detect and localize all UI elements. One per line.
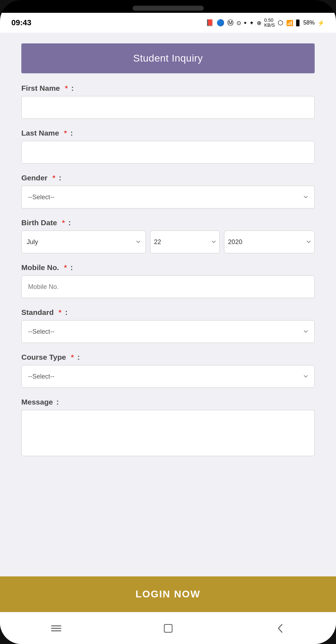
birth-date-required: * bbox=[62, 218, 65, 227]
first-name-input[interactable] bbox=[21, 96, 315, 119]
nav-menu-button[interactable] bbox=[39, 619, 73, 638]
wifi-icon: ⬡ bbox=[278, 19, 283, 27]
last-name-label: Last Name * : bbox=[21, 129, 315, 137]
back-icon bbox=[274, 622, 286, 634]
data-speed: 0.50KB/S bbox=[264, 18, 275, 28]
gender-field-group: Gender * : --Select-- Male Female Other bbox=[21, 174, 315, 208]
nav-bar bbox=[0, 612, 336, 644]
svg-rect-3 bbox=[164, 624, 172, 632]
menu-icon bbox=[50, 622, 62, 634]
first-name-field-group: First Name * : bbox=[21, 84, 315, 119]
signal-icon: ▊ bbox=[296, 20, 300, 26]
standard-field-group: Standard * : --Select-- 1st 2nd 3rd bbox=[21, 308, 315, 343]
screen-content: Student Inquiry First Name * : Last Name… bbox=[0, 33, 336, 644]
status-time: 09:43 bbox=[11, 18, 31, 27]
app-icon-3: Ⓜ bbox=[227, 19, 234, 27]
dot-indicator: • bbox=[244, 19, 246, 27]
birth-date-field-group: Birth Date * : January February March Ap… bbox=[21, 218, 315, 253]
last-name-required: * bbox=[64, 129, 67, 137]
birth-day-select[interactable]: 1 2 3 4 5 6 7 8 9 10 11 12 13 14 bbox=[150, 231, 220, 253]
course-type-required: * bbox=[71, 353, 74, 361]
login-button[interactable]: LOGIN NOW bbox=[0, 576, 336, 612]
birth-month-select[interactable]: January February March April May June Ju… bbox=[21, 231, 146, 253]
notch-pill bbox=[133, 6, 204, 11]
home-icon bbox=[162, 622, 174, 634]
course-type-select[interactable]: --Select-- Regular Distance bbox=[21, 365, 315, 388]
birthdate-row: January February March April May June Ju… bbox=[21, 231, 315, 253]
birth-year-select[interactable]: 2020 2019 2018 2017 2016 2015 2010 2005 … bbox=[224, 231, 315, 253]
message-label: Message : bbox=[21, 398, 315, 406]
form-container: Student Inquiry First Name * : Last Name… bbox=[0, 33, 336, 576]
status-bar: 09:43 📕 🔵 Ⓜ ⊙ • ✦ ⊕ 0.50KB/S ⬡ 📶 ▊ 58% ⚡ bbox=[0, 13, 336, 33]
mobile-field-group: Mobile No. * : bbox=[21, 263, 315, 298]
message-field-group: Message : bbox=[21, 398, 315, 458]
course-type-field-group: Course Type * : --Select-- Regular Dista… bbox=[21, 353, 315, 388]
mobile-required: * bbox=[64, 263, 67, 272]
standard-select[interactable]: --Select-- 1st 2nd 3rd bbox=[21, 320, 315, 343]
phone-frame: 09:43 📕 🔵 Ⓜ ⊙ • ✦ ⊕ 0.50KB/S ⬡ 📶 ▊ 58% ⚡… bbox=[0, 0, 336, 644]
location-icon: ⊕ bbox=[257, 20, 261, 26]
gender-required: * bbox=[52, 174, 55, 182]
mobile-input[interactable] bbox=[21, 275, 315, 298]
call-icon: 📶 bbox=[286, 20, 293, 26]
form-header: Student Inquiry bbox=[21, 43, 315, 73]
gender-select[interactable]: --Select-- Male Female Other bbox=[21, 186, 315, 208]
app-icon-4: ⊙ bbox=[236, 20, 241, 26]
standard-label: Standard * : bbox=[21, 308, 315, 317]
last-name-field-group: Last Name * : bbox=[21, 129, 315, 164]
standard-required: * bbox=[59, 308, 62, 317]
app-icon-2: 🔵 bbox=[217, 19, 224, 27]
bluetooth-icon: ✦ bbox=[249, 20, 254, 26]
notch-bar bbox=[0, 0, 336, 13]
app-icon-1: 📕 bbox=[206, 19, 214, 27]
birth-date-label: Birth Date * : bbox=[21, 218, 315, 227]
gender-label: Gender * : bbox=[21, 174, 315, 182]
mobile-label: Mobile No. * : bbox=[21, 263, 315, 272]
battery-icon: ⚡ bbox=[318, 20, 325, 26]
last-name-input[interactable] bbox=[21, 141, 315, 164]
first-name-label: First Name * : bbox=[21, 84, 315, 93]
status-icons: 📕 🔵 Ⓜ ⊙ • ✦ ⊕ 0.50KB/S ⬡ 📶 ▊ 58% ⚡ bbox=[206, 18, 325, 28]
nav-home-button[interactable] bbox=[151, 619, 185, 638]
battery-percent: 58% bbox=[303, 20, 315, 26]
course-type-label: Course Type * : bbox=[21, 353, 315, 361]
message-textarea[interactable] bbox=[21, 410, 315, 456]
nav-back-button[interactable] bbox=[263, 619, 297, 638]
first-name-required: * bbox=[65, 84, 68, 93]
